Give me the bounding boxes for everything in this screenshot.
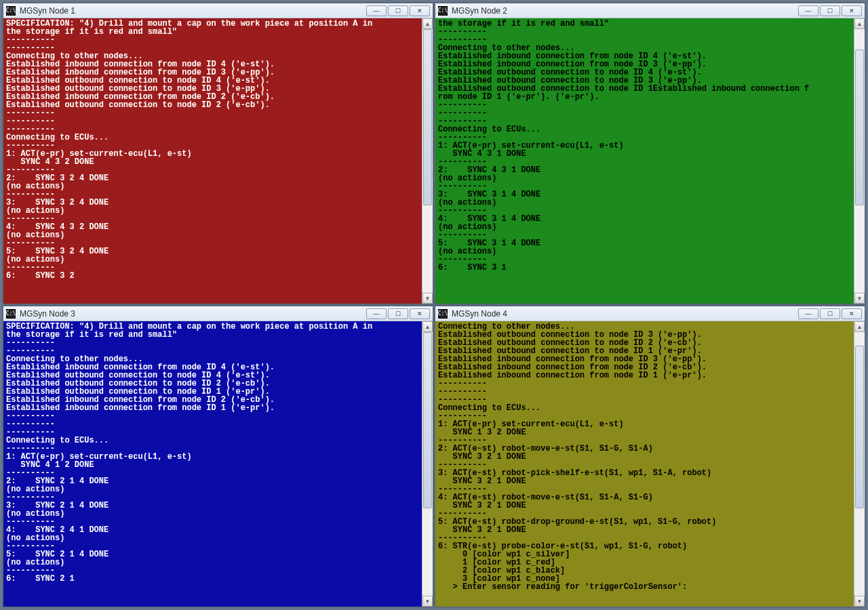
terminal-line: Established inbound connection from node… (438, 371, 851, 380)
terminal-line: 2: SYNC 3 2 4 DONE (6, 174, 419, 182)
terminal-area: SPECIFICATION: "4) Drill and mount a cap… (3, 18, 433, 304)
terminal-line: 4: SYNC 4 3 2 DONE (6, 223, 419, 231)
scroll-track[interactable] (422, 332, 433, 596)
terminal-line: (no actions) (6, 510, 419, 518)
terminal-line: 3: SYNC 3 1 4 DONE (438, 190, 851, 199)
vertical-scrollbar[interactable]: ▲▼ (854, 321, 865, 607)
terminal-line: ---------- (438, 109, 851, 117)
close-button[interactable]: ✕ (842, 308, 862, 319)
scroll-down-icon[interactable]: ▼ (422, 596, 433, 607)
terminal-line: SYNC 3 2 1 DONE (438, 502, 851, 510)
terminal-line: ---------- (6, 420, 419, 428)
scroll-up-icon[interactable]: ▲ (854, 18, 865, 29)
terminal-line: SYNC 4 3 2 DONE (6, 158, 419, 166)
terminal-line: (no actions) (6, 485, 419, 493)
terminal-line: 6: SYNC 3 1 (438, 264, 851, 272)
terminal-area: the storage if it is red and small"-----… (435, 18, 865, 304)
terminal-line: the storage if it is red and small" (6, 331, 419, 339)
terminal-line: (no actions) (6, 207, 419, 215)
terminal-line: ---------- (438, 388, 851, 396)
terminal-line: SYNC 3 2 1 DONE (438, 477, 851, 485)
window-title: MGSyn Node 4 (452, 309, 798, 319)
minimize-button[interactable]: — (366, 308, 387, 319)
scroll-track[interactable] (854, 29, 865, 293)
terminal-output[interactable]: Connecting to other nodes...Established … (435, 321, 854, 607)
terminal-line: (no actions) (6, 231, 419, 239)
close-button[interactable]: ✕ (410, 308, 430, 319)
terminal-line: ---------- (6, 36, 419, 44)
vertical-scrollbar[interactable]: ▲▼ (422, 18, 433, 304)
terminal-line: Connecting to ECUs... (438, 125, 851, 134)
window-node1: C:\MGSyn Node 1—☐✕SPECIFICATION: "4) Dri… (3, 3, 433, 304)
terminal-line: 5: SYNC 3 1 4 DONE (438, 239, 851, 247)
minimize-button[interactable]: — (798, 5, 818, 16)
terminal-line: > Enter sensor reading for 'triggerColor… (438, 583, 851, 591)
window-buttons: —☐✕ (798, 308, 862, 319)
titlebar[interactable]: C:\MGSyn Node 1—☐✕ (3, 3, 433, 18)
vertical-scrollbar[interactable]: ▲▼ (854, 18, 865, 304)
terminal-line: 3: SYNC 2 1 4 DONE (6, 502, 419, 510)
scroll-down-icon[interactable]: ▼ (422, 293, 433, 304)
terminal-line: ---------- (438, 101, 851, 109)
terminal-line: 6: SYNC 2 1 (6, 575, 419, 583)
cmd-icon: C:\ (438, 309, 448, 319)
terminal-output[interactable]: SPECIFICATION: "4) Drill and mount a cap… (3, 321, 422, 607)
terminal-line: Connecting to ECUs... (6, 134, 419, 142)
vertical-scrollbar[interactable]: ▲▼ (422, 321, 433, 607)
terminal-output[interactable]: the storage if it is red and small"-----… (435, 18, 854, 304)
maximize-button[interactable]: ☐ (388, 308, 408, 319)
maximize-button[interactable]: ☐ (820, 308, 840, 319)
titlebar[interactable]: C:\MGSyn Node 3—☐✕ (3, 306, 433, 321)
terminal-line: Established inbound connection from node… (6, 404, 419, 412)
terminal-line: the storage if it is red and small" (438, 20, 851, 28)
terminal-line: 2: SYNC 4 3 1 DONE (438, 166, 851, 174)
terminal-line: SYNC 4 3 1 DONE (438, 150, 851, 158)
close-button[interactable]: ✕ (842, 5, 862, 16)
terminal-line: (no actions) (6, 182, 419, 190)
terminal-line: (no actions) (438, 247, 851, 256)
terminal-line: SYNC 4 1 2 DONE (6, 461, 419, 469)
terminal-line: Connecting to ECUs... (438, 404, 851, 412)
terminal-line: 2: SYNC 2 1 4 DONE (6, 477, 419, 485)
scroll-down-icon[interactable]: ▼ (854, 293, 865, 304)
terminal-line: (no actions) (438, 174, 851, 182)
close-button[interactable]: ✕ (410, 5, 430, 16)
window-buttons: —☐✕ (798, 5, 862, 16)
window-title: MGSyn Node 2 (452, 6, 798, 16)
minimize-button[interactable]: — (798, 308, 818, 319)
terminal-output[interactable]: SPECIFICATION: "4) Drill and mount a cap… (3, 18, 422, 304)
scroll-track[interactable] (422, 29, 433, 293)
scroll-thumb[interactable] (855, 49, 864, 205)
cmd-icon: C:\ (6, 309, 16, 319)
terminal-line: 5: SYNC 2 1 4 DONE (6, 550, 419, 558)
minimize-button[interactable]: — (366, 5, 387, 16)
terminal-line: SYNC 3 2 1 DONE (438, 526, 851, 534)
titlebar[interactable]: C:\MGSyn Node 4—☐✕ (435, 306, 865, 321)
scroll-up-icon[interactable]: ▲ (422, 321, 433, 332)
terminal-line: ---------- (438, 380, 851, 388)
scroll-up-icon[interactable]: ▲ (422, 18, 433, 29)
scroll-thumb[interactable] (423, 29, 432, 205)
terminal-line: (no actions) (6, 558, 419, 567)
scroll-up-icon[interactable]: ▲ (854, 321, 865, 332)
window-buttons: —☐✕ (366, 5, 430, 16)
window-node2: C:\MGSyn Node 2—☐✕the storage if it is r… (435, 3, 865, 304)
terminal-line: (no actions) (438, 223, 851, 231)
window-node3: C:\MGSyn Node 3—☐✕SPECIFICATION: "4) Dri… (3, 306, 433, 607)
terminal-line: 4: SYNC 2 4 1 DONE (6, 526, 419, 534)
titlebar[interactable]: C:\MGSyn Node 2—☐✕ (435, 3, 865, 18)
terminal-line: 3: SYNC 3 2 4 DONE (6, 199, 419, 207)
scroll-track[interactable] (854, 332, 865, 596)
terminal-line: (no actions) (438, 199, 851, 207)
scroll-thumb[interactable] (423, 332, 432, 508)
window-title: MGSyn Node 1 (20, 6, 366, 16)
maximize-button[interactable]: ☐ (388, 5, 408, 16)
maximize-button[interactable]: ☐ (820, 5, 840, 16)
terminal-line: ---------- (6, 117, 419, 125)
terminal-line: (no actions) (6, 534, 419, 542)
window-buttons: —☐✕ (366, 308, 430, 319)
terminal-line: Connecting to ECUs... (6, 436, 419, 445)
scroll-down-icon[interactable]: ▼ (854, 596, 865, 607)
scroll-thumb[interactable] (855, 346, 864, 508)
terminal-line: the storage if it is red and small" (6, 28, 419, 36)
